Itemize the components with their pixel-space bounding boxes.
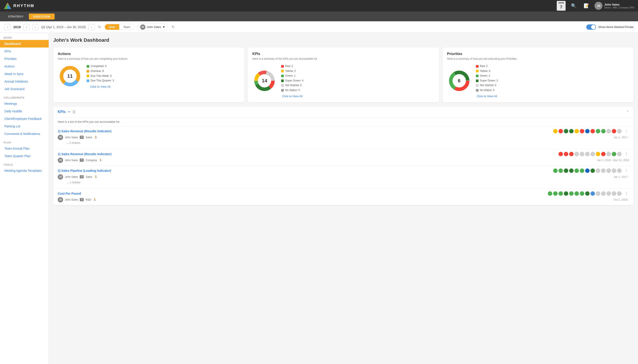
sidebar-item-dashboard[interactable]: Dashboard <box>0 40 49 48</box>
dropdown-arrow-icon: ▼ <box>162 25 165 29</box>
work-section-label: WORK <box>0 33 49 40</box>
logo-icon <box>4 2 12 10</box>
private-toggle: Show Items Marked Private <box>586 24 633 30</box>
sidebar-item-actions[interactable]: Actions <box>0 62 49 70</box>
kpi-row-1: 1) Sales Revenue (Results Indicator) <box>53 126 633 149</box>
kpi-3-actions-row: ⌄ 1 Actions <box>58 180 629 186</box>
user-selector[interactable]: JS John Sales ▼ <box>137 23 168 31</box>
search-icon[interactable]: 🔍 <box>569 2 578 9</box>
kpis-filter-btn[interactable]: ☰ <box>72 110 76 114</box>
kpis-card: KPIs Here is a summary of the KPIs you a… <box>248 48 439 102</box>
kpis-card-desc: Here is a summary of the KPIs you are ac… <box>252 57 434 60</box>
kpi-3-avatar: JS <box>58 174 63 180</box>
sidebar-item-daily-huddle[interactable]: Daily Huddle <box>0 108 49 115</box>
kpi-3-dots <box>553 168 621 173</box>
kpi-3-name[interactable]: 2) Sales Pipeline (Leading Indicator) <box>58 169 551 172</box>
user-selector-name: John Sales <box>147 25 161 29</box>
kpi-4-owner: John Sales <box>65 198 78 201</box>
kpi-3-more-btn[interactable]: ⋮ <box>624 168 629 173</box>
actions-card: Actions Here is a summary of how you are… <box>53 48 244 102</box>
actions-card-desc: Here is a summary of how you are complet… <box>58 57 240 60</box>
week-badge: week 7 <box>557 1 566 10</box>
kpis-click-all[interactable]: Click to View All <box>281 94 303 98</box>
kpi-1-avatar: JS <box>58 135 63 140</box>
sidebar-item-comments[interactable]: Comments & Notifications <box>0 130 49 138</box>
sidebar-item-meetings[interactable]: Meetings <box>0 100 49 108</box>
kpi-2-date: Jan 1, 2019 - Dec 31, 2019 <box>597 159 629 162</box>
user-selector-avatar: JS <box>140 24 146 30</box>
sidebar-item-annual-initiatives[interactable]: Annual Initiatives <box>0 78 49 85</box>
prev-quarter-btn[interactable]: ‹ <box>32 24 39 30</box>
priorities-card-desc: Here is a summary of how you are executi… <box>447 57 629 60</box>
kpi-2-runner-icon: 🏃 <box>99 159 102 162</box>
actions-donut: 11 <box>58 64 82 88</box>
kpis-add-btn[interactable]: + <box>68 110 70 114</box>
sidebar-item-parking-lot[interactable]: Parking Lot <box>0 122 49 130</box>
sidebar-item-meeting-agenda-templates[interactable]: Meeting Agenda Templates <box>0 167 49 174</box>
sidebar-item-job-scorecard[interactable]: Job Scorecard <box>0 85 49 93</box>
avatar: JS <box>594 2 602 10</box>
logo-text: RHYTHM <box>13 4 35 8</box>
user-name: John Sales <box>604 3 634 6</box>
kpi-row-2: 1) Sales Revenue (Results Indicator) <box>53 149 633 166</box>
mode-tabs: STRATEGY EXECUTION <box>0 12 638 21</box>
kpi-1-team-badge: T <box>80 136 84 139</box>
kpi-1-more-btn[interactable]: ⋮ <box>624 129 629 133</box>
sidebar-item-priorities[interactable]: Priorities <box>0 55 49 62</box>
kpi-1-runner-icon: 🏃 <box>94 136 98 139</box>
refresh-btn[interactable]: ↻ <box>97 24 102 30</box>
kpi-2-avatar: JS <box>58 158 63 163</box>
sidebar-item-weekinsync[interactable]: Week In Sync <box>0 70 49 78</box>
kpi-4-more-btn[interactable]: ⋮ <box>624 191 629 196</box>
next-year-btn[interactable]: › <box>23 24 30 30</box>
kpi-row-4: Cost Per Pound <box>53 189 633 205</box>
summary-cards: Actions Here is a summary of how you are… <box>53 48 633 102</box>
kpis-legend: Red: 2 Yellow: 2 Green: 1 Super Green: 4… <box>281 64 303 93</box>
kpi-4-dots <box>548 191 621 196</box>
prev-year-btn[interactable]: ‹ <box>5 24 11 30</box>
kpi-3-owner: John Sales <box>65 175 78 178</box>
kpis-collapse-btn[interactable]: ⌃ <box>626 110 629 114</box>
refresh-right-btn[interactable]: ↻ <box>171 24 175 30</box>
kpis-card-title: KPIs <box>252 52 434 56</box>
kpi-3-team-badge: T <box>80 175 84 178</box>
kpi-2-name[interactable]: 1) Sales Revenue (Results Indicator) <box>58 152 556 156</box>
kpi-3-team: Sales <box>86 175 92 178</box>
kpi-2-more-btn[interactable]: ⋮ <box>624 152 629 156</box>
actions-total: 11 <box>67 73 73 79</box>
kpi-4-date: Oct 1, 2018 - <box>614 198 629 201</box>
notifications-icon[interactable]: 📝 <box>582 2 591 9</box>
kpi-3-actions-toggle[interactable]: ⌄ 1 Actions <box>67 181 80 184</box>
kpis-list-desc: Here is a list of the KPIs you are accou… <box>53 118 633 126</box>
page-title: John's Work Dashboard <box>53 37 633 43</box>
strategy-tab[interactable]: STRATEGY <box>4 14 28 20</box>
actions-click-all[interactable]: Click to View All <box>87 85 114 88</box>
sidebar-item-team-quarter-plan[interactable]: Team Quarter Plan <box>0 152 49 160</box>
execution-tab[interactable]: EXECUTION <box>29 14 55 20</box>
kpi-2-team: Company <box>86 159 97 162</box>
team-view-btn[interactable]: Team <box>119 24 134 30</box>
sidebar-item-kpis[interactable]: KPIs <box>0 48 49 55</box>
kpi-4-avatar: JS <box>58 197 63 202</box>
priorities-donut: 6 <box>447 68 471 93</box>
private-toggle-switch[interactable] <box>586 24 596 30</box>
next-quarter-btn[interactable]: › <box>88 24 95 30</box>
private-toggle-label: Show Items Marked Private <box>598 25 633 29</box>
sidebar-item-client-feedback[interactable]: Client/Employee Feedback <box>0 115 49 122</box>
kpi-4-team-badge: T <box>80 198 84 201</box>
kpi-1-name[interactable]: 1) Sales Revenue (Results Indicator) <box>58 130 551 133</box>
priorities-total: 6 <box>458 78 461 84</box>
sidebar-item-team-annual-plan[interactable]: Team Annual Plan <box>0 145 49 152</box>
kpis-list-section: KPIs + ☰ ⌃ Here is a list of the KPIs yo… <box>53 107 633 205</box>
kpi-4-name[interactable]: Cost Per Pound <box>58 192 546 195</box>
priorities-card: Priorities Here is a summary of how you … <box>443 48 633 102</box>
kpi-4-runner-icon: 🏃 <box>93 198 96 201</box>
kpi-1-actions-row: ⌄ 2 Actions <box>58 140 629 146</box>
kpi-2-dots <box>558 152 621 156</box>
main-content: John's Work Dashboard Actions Here is a … <box>49 33 638 364</box>
kpi-1-actions-toggle[interactable]: ⌄ 2 Actions <box>67 142 80 144</box>
user-view-btn[interactable]: User <box>105 24 119 30</box>
kpi-1-date: Jan 1, 2017 - <box>613 136 629 139</box>
actions-legend: Completed: 0 Overdue: 8 Due This Week: 0… <box>87 64 114 83</box>
priorities-click-all[interactable]: Click to View All <box>476 94 498 98</box>
